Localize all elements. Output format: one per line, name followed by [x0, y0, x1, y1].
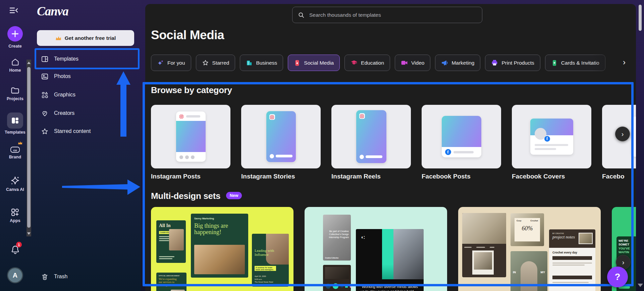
templates-icon: [41, 55, 49, 63]
social-phone-icon: [294, 60, 301, 66]
chip-marketing[interactable]: Marketing: [435, 55, 480, 71]
poster-headline: Big things are happening!: [194, 223, 245, 235]
category-card-facebook-posts[interactable]: f Facebook Posts: [422, 105, 501, 180]
photos-icon: [41, 73, 49, 80]
chip-for-you[interactable]: For you: [151, 55, 191, 71]
rail-item-create[interactable]: Create: [0, 26, 30, 49]
page-title: Social Media: [151, 28, 224, 42]
poster-brand: Creative Collective: [325, 257, 338, 259]
sidebar-item-photos[interactable]: Photos: [36, 69, 137, 84]
rail-item-apps[interactable]: Apps: [0, 207, 30, 223]
instagram-icon: [269, 114, 275, 120]
chips-scroll-chevron[interactable]: ›: [623, 58, 626, 67]
graduation-cap-icon: [351, 59, 358, 66]
poster-line: WAITIN: [619, 250, 636, 254]
category-card-instagram-reels[interactable]: Instagram Reels: [331, 105, 411, 180]
category-card-facebook-covers[interactable]: f Facebook Covers: [512, 105, 591, 180]
poster-venue: The Great Views Hotel: [255, 281, 273, 283]
main-content-panel: Social Media For you Starred: [145, 4, 636, 291]
scroll-up-arrow[interactable]: [26, 60, 31, 66]
poster-photo: [462, 213, 506, 244]
rail-item-canva-ai[interactable]: Canva AI: [0, 175, 30, 192]
trash-icon: [41, 273, 49, 281]
account-avatar[interactable]: A: [7, 267, 23, 283]
sidebar-item-creators[interactable]: Creators: [36, 105, 137, 121]
category-card-partial[interactable]: Facebo: [602, 105, 636, 180]
category-card-row: Instagram Posts Instagram Stories: [151, 105, 636, 180]
scroll-down-arrow[interactable]: [26, 230, 31, 236]
templates-icon: [7, 113, 23, 129]
multi-design-heading-row: Multi-design sets New: [151, 191, 242, 201]
rail-item-templates[interactable]: Templates: [0, 113, 30, 135]
category-card-instagram-posts[interactable]: Instagram Posts: [151, 105, 230, 180]
rail-item-home[interactable]: Home: [0, 57, 30, 73]
design-set-card-marketing[interactable]: All In Leadership Forum 2030 Savvy Marke…: [151, 207, 293, 291]
get-free-trial-button[interactable]: Get another free trial: [37, 30, 134, 46]
poster-photo: [194, 245, 245, 274]
fashion-word: MY: [541, 271, 545, 274]
sidebar-item-trash[interactable]: Trash: [36, 269, 137, 284]
brand-kit-icon: co: [10, 143, 20, 155]
instagram-icon: [359, 113, 365, 119]
teal-stripe: [382, 229, 393, 279]
poster-text: We're expanding our services to new regi…: [159, 278, 179, 287]
plus-icon: [7, 26, 23, 42]
printer-icon: [491, 59, 498, 66]
sidebar-scrollbar-thumb[interactable]: [27, 67, 31, 228]
category-card-instagram-stories[interactable]: Instagram Stories: [241, 105, 321, 180]
creators-icon: [41, 110, 49, 117]
video-camera-icon: [401, 59, 408, 66]
instagram-icon: [179, 114, 184, 119]
discount-value: 60%: [517, 225, 538, 232]
svg-text:co: co: [13, 148, 17, 152]
sidebar-item-starred-content[interactable]: Starred content: [36, 124, 137, 139]
canva-app-window: Create Home Projects Templates co: [0, 0, 644, 291]
browse-section-heading: Browse by category: [151, 85, 232, 95]
left-rail: Create Home Projects Templates co: [0, 0, 30, 291]
collapse-menu-icon[interactable]: [9, 5, 19, 15]
sidebar-item-graphics[interactable]: Graphics: [36, 87, 137, 102]
poster-brand: Savvy Marketing: [194, 217, 245, 220]
notes-photo: [579, 233, 593, 244]
poster-quote: “Working with diverse minds allows us to…: [361, 284, 420, 291]
chip-print-products[interactable]: Print Products: [485, 55, 540, 71]
crown-icon: [18, 141, 22, 145]
help-button[interactable]: ?: [607, 267, 628, 287]
poster-text: Be part of Creative Collective's Design …: [325, 230, 349, 239]
logo-mark: ◖:: [361, 234, 365, 240]
brand-board-photo: [325, 267, 349, 279]
notes-heading: Crochet every day: [552, 251, 577, 254]
facebook-icon: f: [445, 149, 451, 155]
search-icon: [298, 12, 305, 18]
design-set-card-crochet[interactable]: Cozy Crochet 60% IN MY STYLE ICON MY CRE: [458, 207, 601, 291]
multi-design-heading: Multi-design sets: [151, 191, 220, 201]
facebook-icon: f: [544, 136, 550, 142]
notifications-bell[interactable]: 1: [10, 245, 20, 255]
chip-social-media[interactable]: Social Media: [288, 55, 340, 71]
home-icon: [11, 57, 20, 67]
search-input[interactable]: [309, 12, 477, 18]
multi-design-set-row: All In Leadership Forum 2030 Savvy Marke…: [151, 207, 636, 291]
star-icon: [41, 128, 49, 135]
poster-photo: [521, 261, 537, 291]
polaroid: [472, 250, 494, 275]
window-scrollbar-thumb[interactable]: [639, 5, 642, 31]
chip-education[interactable]: Education: [344, 55, 390, 71]
chip-starred[interactable]: Starred: [196, 55, 235, 71]
rail-item-brand[interactable]: co Brand: [0, 143, 30, 159]
category-filter-chips: For you Starred Business: [151, 55, 636, 71]
sidebar-item-templates[interactable]: Templates: [36, 51, 137, 67]
window-scroll-down-arrow[interactable]: [638, 284, 643, 287]
canva-logo: Canva: [37, 4, 68, 18]
folder-icon: [10, 85, 20, 95]
chip-video[interactable]: Video: [395, 55, 430, 71]
poster-line: YOU'VE: [619, 247, 636, 250]
rail-item-projects[interactable]: Projects: [0, 85, 30, 101]
chip-business[interactable]: Business: [240, 55, 283, 71]
sparkles-icon: [10, 175, 20, 186]
categories-next-button[interactable]: ›: [615, 127, 630, 141]
template-search-bar[interactable]: [292, 7, 482, 23]
poster-line: SOMET: [619, 243, 636, 246]
design-set-card-creative-collective[interactable]: Be part of Creative Collective's Design …: [305, 207, 447, 291]
sparkles-icon: [157, 59, 164, 66]
